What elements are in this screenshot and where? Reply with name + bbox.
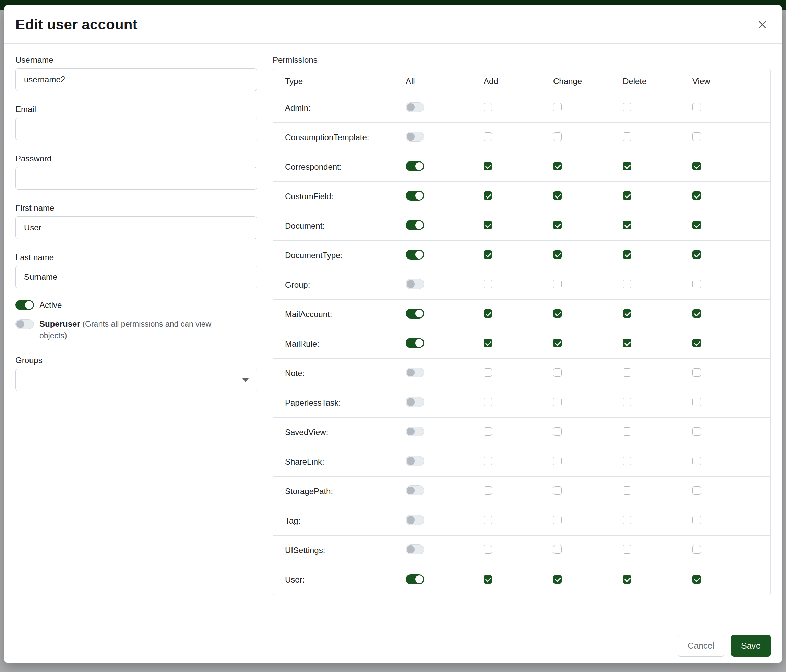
- permission-all-toggle[interactable]: [406, 279, 424, 289]
- permission-add-checkbox[interactable]: [484, 250, 492, 259]
- permission-view-checkbox[interactable]: [692, 339, 701, 347]
- permission-all-toggle[interactable]: [406, 309, 424, 319]
- permission-view-checkbox[interactable]: [692, 368, 701, 377]
- permission-all-toggle[interactable]: [406, 132, 424, 141]
- permission-change-checkbox[interactable]: [553, 221, 562, 229]
- permission-delete-checkbox[interactable]: [623, 486, 631, 495]
- active-toggle[interactable]: [16, 300, 34, 310]
- permission-all-toggle[interactable]: [406, 161, 424, 171]
- superuser-toggle[interactable]: [16, 319, 34, 329]
- permission-type-label: Document:: [285, 221, 325, 231]
- permission-view-checkbox[interactable]: [692, 191, 701, 200]
- permission-all-toggle[interactable]: [406, 338, 424, 348]
- permission-add-checkbox[interactable]: [484, 516, 492, 524]
- permission-delete-checkbox[interactable]: [623, 162, 631, 170]
- permission-view-checkbox[interactable]: [692, 427, 701, 436]
- permission-view-checkbox[interactable]: [692, 545, 701, 554]
- permission-change-checkbox[interactable]: [553, 309, 562, 318]
- permission-add-checkbox[interactable]: [484, 191, 492, 200]
- permission-change-checkbox[interactable]: [553, 398, 562, 406]
- permission-view-checkbox[interactable]: [692, 162, 701, 170]
- permission-all-toggle[interactable]: [406, 220, 424, 230]
- permission-change-checkbox[interactable]: [553, 162, 562, 170]
- permission-view-checkbox[interactable]: [692, 516, 701, 524]
- permission-view-checkbox[interactable]: [692, 250, 701, 259]
- permission-delete-checkbox[interactable]: [623, 221, 631, 229]
- permission-add-checkbox[interactable]: [484, 339, 492, 347]
- permission-delete-checkbox[interactable]: [623, 103, 631, 111]
- permission-add-checkbox[interactable]: [484, 575, 492, 584]
- permission-view-checkbox[interactable]: [692, 280, 701, 288]
- permission-delete-checkbox[interactable]: [623, 457, 631, 465]
- permission-add-checkbox[interactable]: [484, 309, 492, 318]
- permission-all-toggle[interactable]: [406, 545, 424, 554]
- permission-delete-checkbox[interactable]: [623, 309, 631, 318]
- permission-change-checkbox[interactable]: [553, 545, 562, 554]
- permission-view-checkbox[interactable]: [692, 398, 701, 406]
- permission-all-toggle[interactable]: [406, 397, 424, 407]
- permission-change-checkbox[interactable]: [553, 280, 562, 288]
- permission-delete-checkbox[interactable]: [623, 516, 631, 524]
- permission-change-checkbox[interactable]: [553, 339, 562, 347]
- permission-delete-checkbox[interactable]: [623, 191, 631, 200]
- permission-change-checkbox[interactable]: [553, 368, 562, 377]
- permission-add-checkbox[interactable]: [484, 457, 492, 465]
- permission-all-toggle[interactable]: [406, 367, 424, 377]
- permission-delete-checkbox[interactable]: [623, 545, 631, 554]
- password-input[interactable]: [16, 167, 257, 190]
- permission-add-checkbox[interactable]: [484, 398, 492, 406]
- permission-change-checkbox[interactable]: [553, 132, 562, 141]
- permission-delete-checkbox[interactable]: [623, 339, 631, 347]
- email-input[interactable]: [16, 118, 257, 140]
- permission-change-checkbox[interactable]: [553, 516, 562, 524]
- permission-change-checkbox[interactable]: [553, 191, 562, 200]
- permission-delete-checkbox[interactable]: [623, 132, 631, 141]
- permission-all-toggle[interactable]: [406, 485, 424, 495]
- permission-add-checkbox[interactable]: [484, 427, 492, 436]
- permission-all-toggle[interactable]: [406, 574, 424, 584]
- permission-delete-checkbox[interactable]: [623, 427, 631, 436]
- permission-change-checkbox[interactable]: [553, 575, 562, 584]
- permission-type-label: Group:: [285, 280, 310, 290]
- permission-view-checkbox[interactable]: [692, 103, 701, 111]
- permission-delete-checkbox[interactable]: [623, 280, 631, 288]
- permission-view-checkbox[interactable]: [692, 457, 701, 465]
- permission-view-checkbox[interactable]: [692, 309, 701, 318]
- permission-change-checkbox[interactable]: [553, 457, 562, 465]
- permission-change-checkbox[interactable]: [553, 427, 562, 436]
- last-name-input[interactable]: [16, 266, 257, 288]
- groups-select[interactable]: [16, 369, 257, 391]
- permission-view-checkbox[interactable]: [692, 575, 701, 584]
- superuser-label: Superuser: [39, 319, 80, 328]
- permission-view-checkbox[interactable]: [692, 132, 701, 141]
- username-input[interactable]: [16, 68, 257, 91]
- permission-delete-checkbox[interactable]: [623, 250, 631, 259]
- permission-all-toggle[interactable]: [406, 250, 424, 259]
- permission-delete-checkbox[interactable]: [623, 368, 631, 377]
- permission-view-checkbox[interactable]: [692, 486, 701, 495]
- permission-change-checkbox[interactable]: [553, 486, 562, 495]
- permission-add-checkbox[interactable]: [484, 486, 492, 495]
- permission-all-toggle[interactable]: [406, 102, 424, 112]
- permission-delete-checkbox[interactable]: [623, 398, 631, 406]
- permission-add-checkbox[interactable]: [484, 368, 492, 377]
- permission-delete-checkbox[interactable]: [623, 575, 631, 584]
- permission-all-toggle[interactable]: [406, 456, 424, 466]
- permission-add-checkbox[interactable]: [484, 280, 492, 288]
- permission-add-checkbox[interactable]: [484, 221, 492, 229]
- permission-all-toggle[interactable]: [406, 515, 424, 525]
- permission-all-toggle[interactable]: [406, 191, 424, 201]
- close-button[interactable]: [753, 16, 771, 34]
- permission-change-checkbox[interactable]: [553, 250, 562, 259]
- permission-add-checkbox[interactable]: [484, 162, 492, 170]
- permission-all-toggle[interactable]: [406, 427, 424, 436]
- permission-add-checkbox[interactable]: [484, 545, 492, 554]
- cancel-button[interactable]: Cancel: [678, 634, 724, 656]
- permission-view-checkbox[interactable]: [692, 221, 701, 229]
- permission-add-checkbox[interactable]: [484, 132, 492, 141]
- permission-add-checkbox[interactable]: [484, 103, 492, 111]
- first-name-input[interactable]: [16, 216, 257, 239]
- column-header-all: All: [406, 77, 415, 86]
- permission-change-checkbox[interactable]: [553, 103, 562, 111]
- save-button[interactable]: Save: [731, 634, 770, 656]
